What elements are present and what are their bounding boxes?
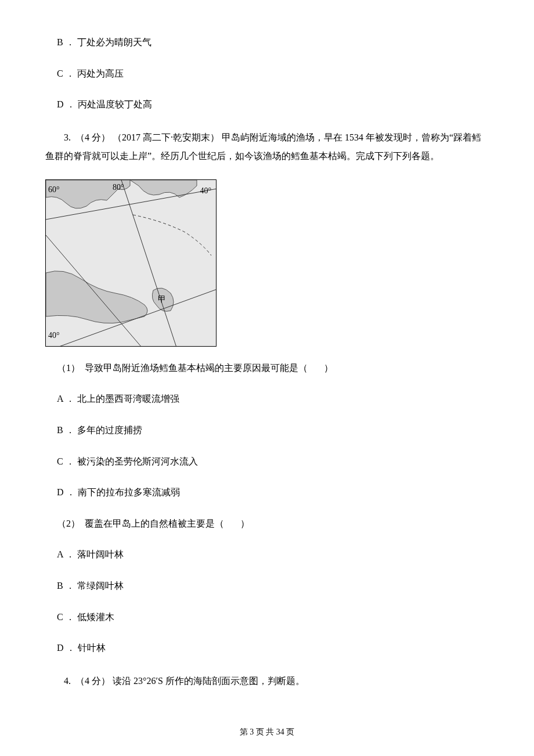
map-label-40t: 40°	[200, 185, 211, 197]
q3-intro: 3. （4 分） （2017 高二下·乾安期末） 甲岛屿附近海域的渔场，早在 1…	[45, 128, 489, 165]
q3-sub1-option-d: D ． 南下的拉布拉多寒流减弱	[45, 485, 489, 500]
q4-intro: 4. （4 分） 读沿 23°26′S 所作的海陆剖面示意图，判断题。	[45, 672, 489, 690]
q3-sub1-stem: （1） 导致甲岛附近渔场鳕鱼基本枯竭的主要原因最可能是（ ）	[45, 361, 489, 376]
map-label-80: 80°	[113, 181, 124, 194]
prev-option-b: B ． 丁处必为晴朗天气	[45, 35, 489, 50]
question-4: 4. （4 分） 读沿 23°26′S 所作的海陆剖面示意图，判断题。	[45, 672, 489, 690]
map-label-60: 60°	[48, 183, 60, 196]
map-label-jia: 甲	[158, 293, 166, 306]
q3-sub2-option-a: A ． 落叶阔叶林	[45, 547, 489, 562]
q3-sub1-option-a: A ． 北上的墨西哥湾暖流增强	[45, 391, 489, 406]
q3-sub1-option-c: C ． 被污染的圣劳伦斯河河水流入	[45, 454, 489, 469]
question-3: 3. （4 分） （2017 高二下·乾安期末） 甲岛屿附近海域的渔场，早在 1…	[45, 128, 489, 656]
q3-sub1-option-b: B ． 多年的过度捕捞	[45, 423, 489, 438]
prev-option-d: D ． 丙处温度较丁处高	[45, 97, 489, 112]
q3-sub2-option-c: C ． 低矮灌木	[45, 610, 489, 625]
q3-sub2-option-b: B ． 常绿阔叶林	[45, 578, 489, 593]
q3-sub2-option-d: D ． 针叶林	[45, 640, 489, 656]
q3-sub2-stem: （2） 覆盖在甲岛上的自然植被主要是（ ）	[45, 516, 489, 531]
map-svg	[46, 180, 217, 347]
map-label-40b: 40°	[48, 329, 60, 342]
q3-map-figure: 60° 80° 40° 甲 40°	[45, 179, 217, 347]
page-footer: 第 3 页 共 34 页	[0, 726, 534, 739]
prev-option-c: C ． 丙处为高压	[45, 66, 489, 81]
